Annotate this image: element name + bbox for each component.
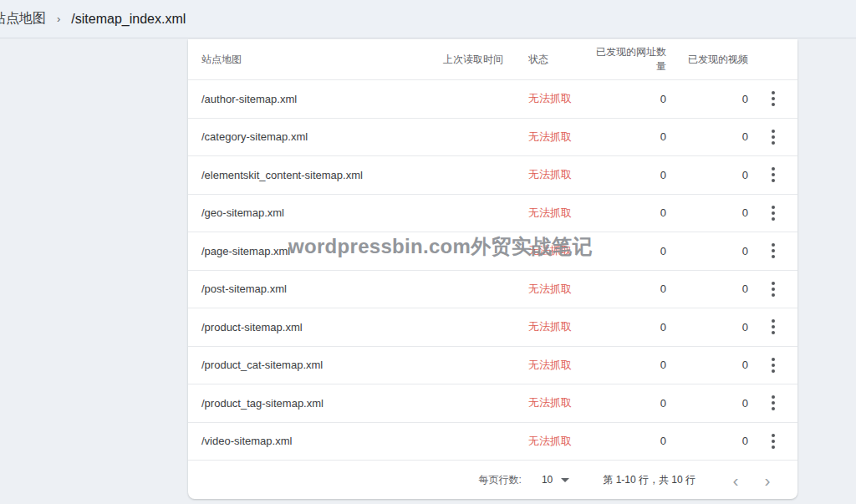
table-row[interactable]: /post-sitemap.xml 无法抓取 0 0: [188, 270, 797, 308]
more-vert-icon: [772, 167, 775, 171]
videos-count: 0: [666, 93, 748, 105]
more-vert-icon: [772, 319, 775, 323]
urls-count: 0: [595, 283, 666, 295]
column-header-last-read: 上次读取时间: [428, 53, 503, 67]
more-vert-icon: [772, 243, 775, 247]
videos-count: 0: [666, 169, 748, 181]
more-vert-icon: [772, 395, 775, 399]
videos-count: 0: [666, 435, 748, 447]
table-row[interactable]: /page-sitemap.xml 无法抓取 0 0: [188, 232, 797, 270]
column-header-sitemap: 站点地图: [201, 53, 428, 67]
status-text: 无法抓取: [503, 282, 595, 297]
prev-page-button[interactable]: ‹: [726, 470, 746, 490]
row-menu-button[interactable]: [763, 89, 783, 109]
breadcrumb-current: /sitemap_index.xml: [71, 12, 186, 27]
status-text: 无法抓取: [503, 395, 595, 410]
status-text: 无法抓取: [503, 434, 595, 449]
column-header-urls: 已发现的网址数量: [595, 45, 666, 74]
breadcrumb-parent-link[interactable]: 站点地图: [0, 10, 46, 28]
table-row[interactable]: /product_tag-sitemap.xml 无法抓取 0 0: [188, 384, 797, 422]
status-text: 无法抓取: [503, 130, 595, 145]
row-menu-button[interactable]: [763, 355, 783, 375]
status-text: 无法抓取: [503, 319, 595, 334]
chevron-right-icon: ›: [57, 13, 60, 25]
sitemap-path: /category-sitemap.xml: [201, 130, 428, 143]
urls-count: 0: [595, 93, 666, 105]
table-row[interactable]: /author-sitemap.xml 无法抓取 0 0: [188, 79, 797, 118]
urls-count: 0: [595, 169, 666, 181]
sitemap-path: /product_tag-sitemap.xml: [201, 397, 428, 410]
urls-count: 0: [595, 321, 666, 333]
rows-per-page-select[interactable]: 10: [542, 474, 569, 486]
videos-count: 0: [666, 283, 748, 295]
column-header-videos: 已发现的视频: [666, 53, 748, 67]
row-menu-button[interactable]: [763, 393, 783, 413]
row-menu-button[interactable]: [763, 241, 783, 261]
sitemap-path: /elementskit_content-sitemap.xml: [201, 169, 428, 181]
column-header-status: 状态: [503, 53, 595, 67]
urls-count: 0: [595, 397, 666, 410]
status-text: 无法抓取: [503, 206, 595, 221]
table-row[interactable]: /geo-sitemap.xml 无法抓取 0 0: [188, 194, 797, 232]
more-vert-icon: [772, 206, 775, 209]
urls-count: 0: [595, 435, 666, 447]
urls-count: 0: [595, 245, 666, 257]
videos-count: 0: [666, 359, 748, 371]
status-text: 无法抓取: [503, 167, 595, 182]
table-row[interactable]: /product-sitemap.xml 无法抓取 0 0: [188, 308, 797, 346]
sitemap-path: /author-sitemap.xml: [201, 93, 428, 105]
sitemap-path: /post-sitemap.xml: [201, 283, 428, 295]
rows-per-page-value: 10: [542, 474, 553, 486]
table-row[interactable]: /video-sitemap.xml 无法抓取 0 0: [188, 422, 797, 461]
status-text: 无法抓取: [503, 91, 595, 106]
more-vert-icon: [772, 358, 775, 361]
sitemap-path: /product-sitemap.xml: [201, 321, 428, 333]
sitemap-path: /product_cat-sitemap.xml: [201, 359, 428, 371]
videos-count: 0: [666, 397, 748, 410]
row-menu-button[interactable]: [763, 279, 783, 299]
rows-per-page-label: 每页行数:: [479, 473, 522, 487]
sitemap-path: /page-sitemap.xml: [201, 245, 428, 257]
breadcrumb: 站点地图 › /sitemap_index.xml: [0, 0, 856, 38]
status-text: 无法抓取: [503, 243, 595, 258]
row-menu-button[interactable]: [763, 317, 783, 337]
pagination-bar: 每页行数: 10 第 1-10 行，共 10 行 ‹ ›: [188, 460, 797, 499]
sitemap-path: /video-sitemap.xml: [201, 435, 428, 447]
urls-count: 0: [595, 130, 666, 143]
more-vert-icon: [772, 282, 775, 285]
sitemaps-table-card: 站点地图 上次读取时间 状态 已发现的网址数量 已发现的视频 /author-s…: [188, 39, 797, 499]
more-vert-icon: [772, 434, 775, 437]
sitemap-path: /geo-sitemap.xml: [201, 206, 428, 219]
dropdown-caret-icon: [561, 478, 569, 482]
page: 站点地图 › /sitemap_index.xml 站点地图 上次读取时间 状态…: [0, 0, 856, 504]
pagination-range: 第 1-10 行，共 10 行: [603, 473, 696, 487]
row-menu-button[interactable]: [763, 431, 783, 451]
table-row[interactable]: /product_cat-sitemap.xml 无法抓取 0 0: [188, 346, 797, 384]
urls-count: 0: [595, 359, 666, 371]
table-header-row: 站点地图 上次读取时间 状态 已发现的网址数量 已发现的视频: [188, 39, 797, 79]
row-menu-button[interactable]: [763, 127, 783, 147]
status-text: 无法抓取: [503, 358, 595, 373]
urls-count: 0: [595, 206, 666, 219]
table-row[interactable]: /category-sitemap.xml 无法抓取 0 0: [188, 118, 797, 156]
row-menu-button[interactable]: [763, 165, 783, 185]
videos-count: 0: [666, 130, 748, 143]
more-vert-icon: [772, 130, 775, 133]
next-page-button[interactable]: ›: [757, 470, 777, 490]
table-row[interactable]: /elementskit_content-sitemap.xml 无法抓取 0 …: [188, 155, 797, 194]
videos-count: 0: [666, 321, 748, 333]
more-vert-icon: [772, 91, 775, 94]
videos-count: 0: [666, 245, 748, 257]
videos-count: 0: [666, 206, 748, 219]
row-menu-button[interactable]: [763, 203, 783, 223]
